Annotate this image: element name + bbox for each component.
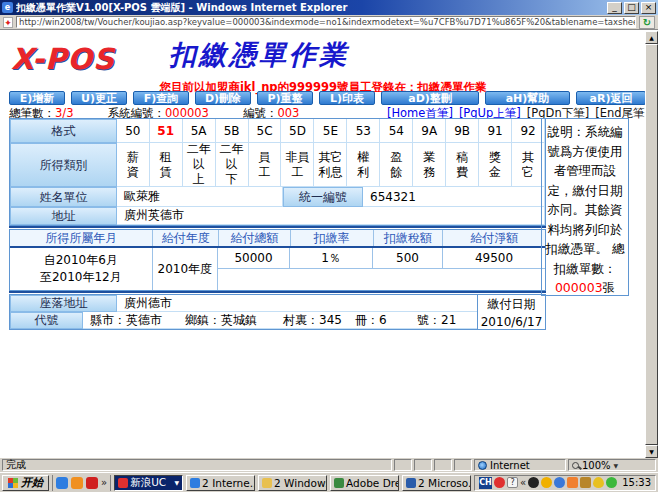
qq-penguin-tray-icon[interactable] bbox=[528, 477, 539, 488]
format-code[interactable]: 50 bbox=[117, 119, 150, 143]
pay-year-value: 2010年度 bbox=[153, 248, 218, 290]
scroll-down-arrow-icon[interactable]: ▼ bbox=[645, 445, 658, 458]
thunder-tray-icon[interactable] bbox=[494, 477, 505, 488]
status-pane bbox=[434, 459, 452, 471]
add-button[interactable]: E)增新 bbox=[9, 91, 65, 105]
batch-delete-button[interactable]: aD)整刪 bbox=[381, 91, 479, 105]
security-shield-tray-icon[interactable] bbox=[593, 477, 604, 488]
period-header: 所得所屬年月 bbox=[10, 230, 153, 246]
taskbar-clock[interactable]: 15:33 bbox=[622, 477, 651, 488]
tray-collapse-icon[interactable]: « bbox=[520, 477, 526, 488]
empty-money-row bbox=[218, 269, 545, 290]
dreamweaver-task-icon bbox=[334, 478, 344, 488]
uniform-no-value: 654321 bbox=[363, 187, 545, 207]
security-zone-pane: Internet bbox=[474, 459, 566, 471]
format-code[interactable]: 9B bbox=[446, 119, 479, 143]
query-button[interactable]: F)查詢 bbox=[133, 91, 189, 105]
media-quicklaunch-icon[interactable] bbox=[71, 477, 83, 489]
zoom-dropdown-icon[interactable]: ▼ bbox=[614, 462, 619, 469]
format-code-selected[interactable]: 51 bbox=[150, 119, 183, 143]
uniform-no-label: 統一編號 bbox=[283, 187, 363, 207]
zoom-pane[interactable]: 100% ▼ bbox=[568, 459, 656, 471]
tax-header: 扣繳稅額 bbox=[374, 230, 444, 246]
category-item: 其它利息 bbox=[314, 143, 347, 187]
pay-total-value: 50000 bbox=[218, 248, 290, 268]
shield-tray-icon[interactable] bbox=[580, 477, 591, 488]
update-button[interactable]: U)更正 bbox=[71, 91, 127, 105]
site-row: 座落地址 廣州德市 bbox=[10, 295, 477, 312]
code-fields: 縣市：英德市 鄉鎮：英城鎮 村裏：345 冊：6 號：21 bbox=[90, 312, 477, 329]
category-item: 稿費 bbox=[446, 143, 479, 187]
qq-quicklaunch-icon[interactable] bbox=[86, 477, 98, 489]
vertical-scrollbar[interactable]: ▲ ▼ bbox=[645, 31, 658, 458]
category-item: 非員工 bbox=[281, 143, 314, 187]
pay-date-value: 2010/6/17 bbox=[481, 315, 543, 329]
scrollbar-thumb[interactable] bbox=[645, 44, 658, 445]
update-tray-icon[interactable] bbox=[606, 477, 617, 488]
magnifier-icon bbox=[572, 462, 579, 469]
status-bar: 完成 Internet 100% ▼ bbox=[0, 458, 658, 472]
page-title: 扣繳憑單作業 bbox=[169, 37, 349, 73]
maximize-button[interactable]: □ bbox=[624, 2, 639, 14]
page-content: X-POS 扣繳憑單作業 您目前以加盟商ikl_np的999999號員工登錄在：… bbox=[1, 31, 645, 458]
close-button[interactable]: × bbox=[641, 2, 656, 14]
messenger-tray-icon[interactable] bbox=[554, 477, 565, 488]
format-code[interactable]: 53 bbox=[347, 119, 380, 143]
zoom-level: 100% bbox=[582, 460, 611, 471]
category-item: 二年以上 bbox=[183, 143, 216, 187]
county-field: 縣市：英德市 bbox=[90, 312, 185, 329]
delete-button[interactable]: D)刪除 bbox=[195, 91, 251, 105]
format-code[interactable]: 5C bbox=[249, 119, 282, 143]
category-item: 業務 bbox=[413, 143, 446, 187]
note-text: 說明：系統編號爲方便使用者管理而設定，繳付日期亦同。其餘資料均將列印於扣繳憑單。 bbox=[546, 124, 623, 256]
language-indicator[interactable]: CH bbox=[479, 477, 492, 489]
scroll-up-arrow-icon[interactable]: ▲ bbox=[645, 31, 658, 44]
format-code[interactable]: 5B bbox=[216, 119, 249, 143]
format-label: 格式 bbox=[10, 119, 117, 143]
refresh-go-icon[interactable]: ↻ bbox=[639, 16, 655, 29]
start-label: 开始 bbox=[21, 475, 43, 490]
form-section-top: 格式 50 51 5A 5B 5C 5D 5E 53 54 9A 9B 91 9… bbox=[9, 118, 546, 226]
browser-window: e 扣繳憑單作業V1.00[X-POS 雲端版] - Windows Inter… bbox=[0, 0, 658, 492]
village-field: 村裏：345 bbox=[283, 312, 355, 329]
start-button[interactable]: 开始 bbox=[2, 475, 49, 491]
format-row: 格式 50 51 5A 5B 5C 5D 5E 53 54 9A 9B 91 9… bbox=[10, 119, 545, 143]
format-code[interactable]: 5A bbox=[183, 119, 216, 143]
format-code[interactable]: 5E bbox=[314, 119, 347, 143]
number-field: 號：21 bbox=[417, 312, 477, 329]
format-code[interactable]: 54 bbox=[380, 119, 413, 143]
code-label: 代號 bbox=[10, 312, 83, 329]
sun-tray-icon[interactable] bbox=[567, 477, 578, 488]
print-button[interactable]: L)印表 bbox=[319, 91, 375, 105]
money-header-row: 所得所屬年月 給付年度 給付總額 扣繳率 扣繳稅額 給付淨額 bbox=[10, 230, 545, 248]
total-header: 給付總額 bbox=[219, 230, 291, 246]
note-total-value: 000003 bbox=[555, 280, 603, 295]
url-input[interactable]: http://win2008/tw/Voucher/koujiao.asp?ke… bbox=[16, 16, 636, 28]
face-tray-icon[interactable] bbox=[541, 477, 552, 488]
task-sina-uc[interactable]: 新浪UC ▼ bbox=[114, 475, 183, 491]
money-values-grid: 50000 1％ 500 49500 bbox=[218, 248, 545, 290]
town-field: 鄉鎮：英城鎮 bbox=[185, 312, 283, 329]
task-adobe-dreamweaver[interactable]: Adobe Drea... bbox=[330, 475, 399, 491]
net-value: 49500 bbox=[443, 248, 545, 268]
ie-quicklaunch-icon[interactable] bbox=[56, 477, 68, 489]
function-toolbar: E)增新 U)更正 F)查詢 D)刪除 P)重整 L)印表 aD)整刪 aH)幫… bbox=[9, 91, 646, 105]
format-code[interactable]: 91 bbox=[479, 119, 512, 143]
category-item: 員工 bbox=[249, 143, 282, 187]
help-button[interactable]: aH)幫助 bbox=[485, 91, 570, 105]
minimize-button[interactable]: _ bbox=[607, 2, 622, 14]
format-code[interactable]: 5D bbox=[281, 119, 314, 143]
form-section-site: 座落地址 廣州德市 代號 縣市：英德市 鄉鎮：英城鎮 村裏：345 冊：6 號：… bbox=[9, 294, 546, 330]
task-microsoft-word[interactable]: 2 Microso... ▼ bbox=[402, 475, 471, 491]
net-header: 給付淨額 bbox=[443, 230, 545, 246]
note-panel: 說明：系統編號爲方便使用者管理而設定，繳付日期亦同。其餘資料均將列印於扣繳憑單。… bbox=[541, 118, 629, 296]
return-button[interactable]: aR)返回 bbox=[576, 91, 646, 105]
task-internet-explorer[interactable]: 2 Interne... ▼ bbox=[186, 475, 255, 491]
help-tray-icon[interactable]: ? bbox=[507, 477, 518, 488]
quicklaunch-overflow-icon[interactable]: » bbox=[101, 477, 107, 488]
refresh-button[interactable]: P)重整 bbox=[257, 91, 313, 105]
ie-task-icon bbox=[190, 478, 200, 488]
xpos-logo: X-POS bbox=[11, 42, 115, 76]
task-windows-explorer[interactable]: 2 Windows... ▼ bbox=[258, 475, 327, 491]
format-code[interactable]: 9A bbox=[413, 119, 446, 143]
